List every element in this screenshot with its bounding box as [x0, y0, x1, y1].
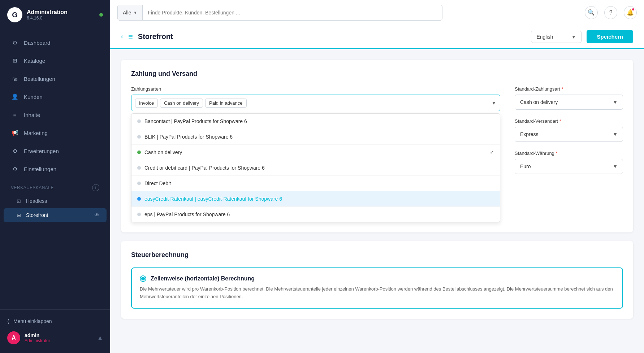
language-dropdown[interactable]: English ▼: [531, 31, 582, 43]
user-role: Administrator: [25, 338, 50, 343]
zahlungsarten-label: Zahlungsarten: [131, 86, 500, 92]
two-col-layout: Zahlungsarten Invoice Cash on delivery P…: [131, 86, 623, 222]
chevron-down-icon: ▼: [133, 10, 137, 15]
sidebar-item-label: Dashboard: [24, 40, 50, 46]
user-profile[interactable]: A admin Administrator ▲: [7, 328, 103, 348]
tag-invoice: Invoice: [135, 99, 158, 108]
sidebar-item-marketing[interactable]: 📢 Marketing: [4, 124, 107, 141]
sidebar: G Administration 6.4.16.0 ⊙ Dashboard ⊞ …: [0, 0, 110, 353]
collapse-label: Menü einklappen: [13, 318, 52, 324]
dropdown-item-easycredit[interactable]: easyCredit-Ratenkauf | easyCredit-Ratenk…: [131, 191, 500, 207]
status-dot-blue: [137, 197, 141, 201]
dropdown-list: Bancontact | PayPal Products for Shopwar…: [131, 113, 500, 222]
chevron-down-icon: ▼: [613, 131, 618, 137]
standard-versandart-label: Standard-Versandart *: [515, 118, 623, 124]
user-info: admin Administrator: [25, 332, 50, 343]
search-icon-button[interactable]: 🔍: [585, 6, 598, 19]
sidebar-item-dashboard[interactable]: ⊙ Dashboard: [4, 34, 107, 51]
page-header: ‹ ≡ Storefront English ▼ Speichern: [110, 25, 644, 49]
dropdown-item-eps[interactable]: eps | PayPal Products for Shopware 6: [131, 207, 500, 222]
steuerberechnung-card: Steuerberechnung Zeilenweise (horizontal…: [121, 241, 633, 319]
kataloge-icon: ⊞: [11, 57, 19, 65]
sidebar-sub-label: Headless: [26, 198, 47, 204]
notification-badge: [632, 8, 635, 11]
collapse-icon: ⟨: [7, 318, 9, 324]
standard-versandart-field: Standard-Versandart * Express ▼: [515, 118, 623, 142]
main-content: Alle ▼ 🔍 ? 🔔 ‹ ≡ Storefront English ▼ Sp…: [110, 0, 644, 353]
user-name: admin: [25, 332, 50, 338]
steuerberechnung-title: Steuerberechnung: [131, 251, 623, 259]
sidebar-footer: ⟨ Menü einklappen A admin Administrator …: [0, 309, 110, 353]
sidebar-item-headless[interactable]: ⊡ Headless: [4, 194, 107, 208]
add-channel-button[interactable]: +: [92, 184, 99, 191]
status-dot: [137, 166, 141, 170]
check-icon: ✓: [490, 149, 494, 155]
dropdown-item-bancontact[interactable]: Bancontact | PayPal Products for Shopwar…: [131, 114, 500, 129]
standard-waehrung-dropdown[interactable]: Euro ▼: [515, 159, 623, 174]
radio-button[interactable]: [140, 275, 146, 282]
item-label: BLIK | PayPal Products for Shopware 6: [144, 134, 233, 140]
standard-zahlungsart-dropdown[interactable]: Cash on delivery ▼: [515, 95, 623, 110]
search-filter-dropdown[interactable]: Alle ▼: [118, 5, 143, 20]
erweiterungen-icon: ⊕: [11, 147, 19, 155]
collapse-menu-button[interactable]: ⟨ Menü einklappen: [7, 315, 103, 328]
item-label: Bancontact | PayPal Products for Shopwar…: [144, 118, 247, 124]
right-column: Standard-Zahlungsart * Cash on delivery …: [515, 86, 623, 222]
sidebar-header: G Administration 6.4.16.0: [0, 0, 110, 30]
help-icon-button[interactable]: ?: [604, 6, 617, 19]
standard-waehrung-field: Standard-Währung * Euro ▼: [515, 151, 623, 174]
sidebar-item-kunden[interactable]: 👤 Kunden: [4, 88, 107, 105]
avatar: A: [7, 331, 20, 344]
dropdown-item-blik[interactable]: BLIK | PayPal Products for Shopware 6: [131, 129, 500, 145]
radio-option-horizontal[interactable]: Zeilenweise (horizontale) Berechnung Die…: [131, 267, 623, 309]
item-label: Credit or debit card | PayPal Products f…: [144, 165, 265, 171]
kunden-icon: 👤: [11, 93, 19, 101]
page-header-actions: English ▼ Speichern: [531, 30, 633, 43]
notification-icon-button[interactable]: 🔔: [624, 6, 637, 19]
zahlungsart-value: Cash on delivery: [520, 99, 558, 105]
topbar-icons: 🔍 ? 🔔: [585, 6, 637, 19]
filter-label: Alle: [123, 10, 131, 16]
status-dot-active: [137, 151, 141, 154]
standard-versandart-dropdown[interactable]: Express ▼: [515, 127, 623, 142]
sidebar-item-bestellungen[interactable]: 🛍 Bestellungen: [4, 70, 107, 87]
radio-inner: [141, 277, 145, 280]
back-button[interactable]: ‹: [121, 33, 123, 40]
einstellungen-icon: ⚙: [11, 165, 19, 173]
sidebar-item-label: Kunden: [24, 94, 43, 100]
status-indicator: [99, 13, 103, 17]
sidebar-item-label: Erweiterungen: [24, 148, 59, 154]
sidebar-item-erweiterungen[interactable]: ⊕ Erweiterungen: [4, 142, 107, 160]
storefront-icon: ⊟: [17, 212, 21, 218]
item-label: easyCredit-Ratenkauf | easyCredit-Ratenk…: [144, 196, 282, 202]
headless-icon: ⊡: [17, 198, 21, 204]
language-label: English: [536, 34, 553, 40]
sidebar-sub-label: Storefront: [26, 212, 48, 218]
page-icon: ≡: [128, 32, 133, 42]
waehrung-value: Euro: [520, 164, 531, 169]
radio-description: Die Mehrwertsteuer wird pro Warenkorb-Po…: [140, 286, 614, 301]
tag-paid-in-advance: Paid in advance: [205, 99, 247, 108]
sidebar-logo: G: [7, 7, 22, 22]
sidebar-item-label: Inhalte: [24, 112, 40, 118]
sidebar-item-kataloge[interactable]: ⊞ Kataloge: [4, 52, 107, 69]
section-title: Zahlung und Versand: [131, 70, 623, 78]
sidebar-nav: ⊙ Dashboard ⊞ Kataloge 🛍 Bestellungen 👤 …: [0, 30, 110, 309]
versandart-value: Express: [520, 131, 539, 137]
dashboard-icon: ⊙: [11, 39, 19, 47]
sidebar-item-label: Einstellungen: [24, 166, 56, 172]
chevron-down-icon: ▼: [613, 99, 618, 105]
marketing-icon: 📢: [11, 129, 19, 137]
zahlungsarten-dropdown[interactable]: Invoice Cash on delivery Paid in advance…: [131, 95, 500, 111]
sidebar-item-einstellungen[interactable]: ⚙ Einstellungen: [4, 160, 107, 178]
save-button[interactable]: Speichern: [587, 30, 633, 43]
item-label: Direct Debit: [144, 180, 171, 186]
dropdown-item-cash-on-delivery[interactable]: Cash on delivery ✓: [131, 145, 500, 160]
sidebar-item-storefront[interactable]: ⊟ Storefront 👁: [4, 208, 107, 222]
search-input[interactable]: [143, 5, 442, 20]
dropdown-item-credit-card[interactable]: Credit or debit card | PayPal Products f…: [131, 160, 500, 176]
sidebar-item-inhalte[interactable]: ≡ Inhalte: [4, 106, 107, 123]
chevron-down-icon: ▼: [571, 34, 576, 40]
left-column: Zahlungsarten Invoice Cash on delivery P…: [131, 86, 500, 222]
dropdown-item-direct-debit[interactable]: Direct Debit: [131, 176, 500, 191]
